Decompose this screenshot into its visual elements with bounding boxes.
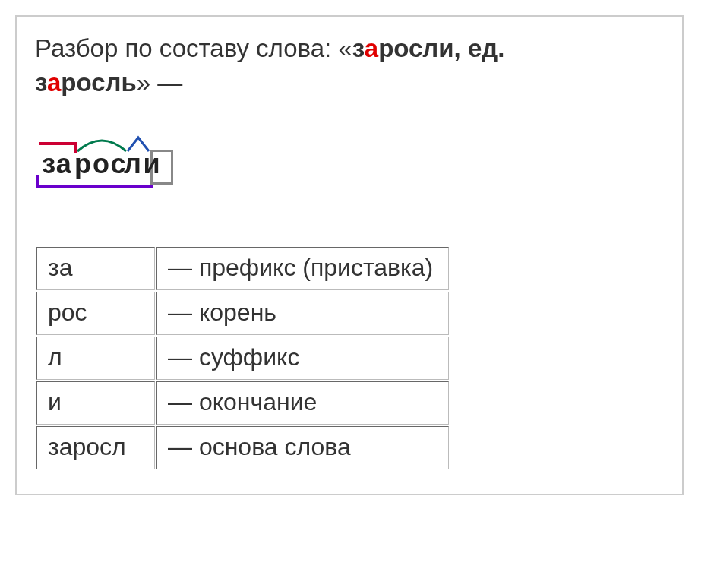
word2-pre: з [35, 68, 47, 96]
word2-post: росль [61, 68, 136, 96]
cell-part: и [36, 381, 155, 425]
cell-desc: — суффикс [156, 337, 449, 380]
diagram-prefix: за [39, 148, 74, 180]
cell-part: л [36, 337, 155, 380]
morpheme-diagram: заросли [39, 130, 191, 185]
word1-post: росли, ед. [378, 34, 504, 62]
cell-part: заросл [36, 426, 155, 469]
word1-pre: з [352, 34, 365, 62]
word1-red: а [365, 34, 378, 62]
cell-desc: — корень [156, 292, 449, 335]
heading: Разбор по составу слова: «заросли, ед. з… [35, 32, 664, 100]
cell-desc: — префикс (приставка) [156, 247, 449, 290]
diagram-ending: и [143, 148, 161, 180]
cell-part: за [36, 247, 155, 290]
diagram-letters: заросли [39, 148, 161, 180]
main-container: Разбор по составу слова: «заросли, ед. з… [15, 15, 684, 495]
word2-red: а [47, 68, 61, 96]
table-row: рос — корень [36, 292, 449, 335]
cell-part: рос [36, 292, 155, 335]
table-row: и — окончание [36, 381, 449, 425]
diagram-suffix: л [123, 148, 143, 180]
morpheme-table: за — префикс (приставка) рос — корень л … [35, 245, 450, 471]
heading-text-before: Разбор по составу слова: « [35, 34, 352, 62]
cell-desc: — основа слова [156, 426, 449, 469]
heading-text-after: » — [137, 68, 183, 96]
cell-desc: — окончание [156, 381, 449, 425]
table-row: за — префикс (приставка) [36, 247, 449, 290]
table-row: заросл — основа слова [36, 426, 449, 469]
diagram-root: рос [74, 148, 123, 180]
table-row: л — суффикс [36, 337, 449, 380]
